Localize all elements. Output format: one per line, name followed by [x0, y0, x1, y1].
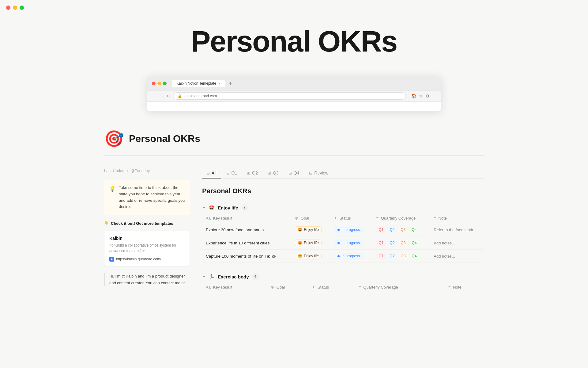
tab-q2-icon: ⊞ — [247, 171, 250, 175]
status-text: In progress — [341, 228, 360, 232]
th-goal-icon: ⊕ — [295, 216, 298, 220]
browser-bar: Kaibin Notion Temeplate ✕ + — [147, 77, 441, 90]
browser-dot-yellow[interactable] — [157, 82, 161, 85]
quarter-tags: Q1 Q2 Q3 Q4 — [376, 240, 427, 246]
traffic-light-red[interactable] — [6, 6, 10, 10]
th2-goal: ⊕ Goal — [267, 282, 308, 292]
tip-box: 💡 Take some time to think about the stat… — [104, 180, 190, 215]
th-key-result: Aa Key Result — [202, 213, 291, 223]
note-cell: Add notes... — [430, 250, 484, 263]
check-link[interactable]: 👇 Check it out! Get more templates! — [104, 221, 190, 226]
tab-review-icon: ⊟ — [309, 171, 312, 175]
two-col-layout: Last Update： @Tuesday 💡 Take some time t… — [104, 168, 484, 295]
browser-tab-close[interactable]: ✕ — [218, 82, 221, 85]
page-title-row: 🎯 Personal OKRs — [104, 129, 484, 148]
table-row: Experience life in 10 different cities 🤩… — [202, 236, 484, 250]
status-cell: In progress — [330, 223, 373, 236]
tab-all[interactable]: ⊞ All — [202, 168, 221, 178]
goal-tag: 🤩 Enjoy life — [295, 240, 322, 246]
bio-text: Hi, I'm @Kaibin and I'm a product design… — [104, 273, 190, 286]
qtag-q2: Q2 — [387, 253, 397, 259]
tab-q1-icon: ⊞ — [226, 171, 230, 175]
tab-q1[interactable]: ⊞ Q1 — [222, 168, 242, 178]
main-content: 🎯 Personal OKRs Last Update： @Tuesday 💡 … — [80, 129, 508, 295]
goal-cell: 🤩 Enjoy life — [291, 250, 330, 263]
note-cell: Refer to the food landr — [430, 223, 484, 236]
status-dot — [337, 242, 340, 244]
last-update-value: @Tuesday — [131, 168, 150, 173]
th-goal: ⊕ Goal — [291, 213, 330, 223]
th-status-icon: ✦ — [334, 216, 337, 220]
nav-more-icon[interactable]: ⋮ — [432, 94, 436, 98]
tab-q2[interactable]: ⊞ Q2 — [243, 168, 262, 178]
th2-note: ≡ Note — [445, 282, 484, 292]
nav-star-icon[interactable]: ☆ — [419, 94, 423, 98]
status-badge: In progress — [334, 253, 364, 259]
browser-dot-green[interactable] — [163, 82, 167, 85]
kaibin-link-icon: ■ — [109, 257, 114, 262]
browser-mockup: Kaibin Notion Temeplate ✕ + ← → ↻ 🔒 kaib… — [147, 77, 441, 111]
group-enjoy-life-header[interactable]: ▼ 🤩 Enjoy life 3 — [202, 201, 484, 213]
goal-cell: 🤩 Enjoy life — [291, 223, 330, 236]
nav-forward[interactable]: → — [159, 94, 164, 98]
traffic-light-green[interactable] — [20, 6, 24, 10]
th2-quarterly: ≡ Quarterly Coverage — [355, 282, 445, 292]
tip-icon: 💡 — [109, 185, 116, 210]
exercise-body-table: Aa Key Result ⊕ Goal ✦ Status — [202, 282, 484, 292]
nav-home-icon[interactable]: 🏠 — [411, 94, 417, 98]
status-dot — [337, 255, 340, 257]
tab-review-label: Review — [314, 171, 328, 175]
url-bar[interactable]: 🔒 kaibin.oumroad.com — [173, 92, 406, 100]
goal-cell: 🤩 Enjoy life — [291, 236, 330, 250]
kaibin-link[interactable]: https://kaibin.gumroad.com/ — [116, 257, 161, 261]
group-exercise-emoji: 🏃 — [209, 274, 215, 279]
tab-q4[interactable]: ⊞ Q4 — [284, 168, 304, 178]
quarter-tags: Q1 Q2 Q3 Q4 — [376, 227, 427, 232]
status-text: In progress — [341, 254, 360, 258]
bio-content: Hi, I'm @Kaibin and I'm a product design… — [109, 274, 185, 285]
th-note-icon: ≡ — [434, 216, 436, 220]
qtag-q4: Q4 — [409, 253, 419, 259]
th-quarterly: ≡ Quarterly Coverage — [373, 213, 430, 223]
goal-label: Enjoy life — [304, 228, 319, 232]
browser-tab-label: Kaibin Notion Temeplate — [176, 81, 216, 86]
last-update: Last Update： @Tuesday — [104, 168, 190, 174]
quarter-tags: Q1 Q2 Q3 Q4 — [376, 253, 427, 259]
kr-text: Explore 30 new food landmarks — [202, 223, 291, 236]
goal-tag: 🤩 Enjoy life — [295, 253, 322, 259]
goal-emoji: 🤩 — [298, 228, 302, 232]
tab-review[interactable]: ⊟ Review — [305, 168, 333, 178]
nav-back[interactable]: ← — [152, 94, 156, 98]
note-cell: Add notes... — [430, 236, 484, 250]
browser-dot-red[interactable] — [152, 82, 156, 85]
tip-text: Take some time to think about the state … — [119, 185, 185, 210]
browser-nav: ← → ↻ 🔒 kaibin.oumroad.com 🏠 ☆ ⚙ ⋮ — [147, 90, 441, 102]
browser-new-tab[interactable]: + — [229, 81, 232, 86]
qtag-q3: Q3 — [398, 240, 408, 246]
th-status-label: Status — [340, 216, 351, 220]
tab-q3-label: Q3 — [273, 171, 279, 175]
group-exercise-header[interactable]: ▼ 🏃 Exercise body 4 — [202, 270, 484, 282]
th-goal-label: Goal — [301, 216, 309, 220]
qtag-q4: Q4 — [409, 240, 419, 246]
tab-q3[interactable]: ⊞ Q3 — [263, 168, 283, 178]
th2-note-label: Note — [453, 285, 461, 289]
th-note-label: Note — [439, 216, 447, 220]
browser-tab: Kaibin Notion Temeplate ✕ — [172, 80, 225, 87]
nav-reload[interactable]: ↻ — [167, 94, 170, 98]
table-row: Capture 100 moments of life on TikTok 🤩 … — [202, 250, 484, 263]
kaibin-card: Kaibin <p>Build a collaborative office s… — [104, 231, 190, 267]
status-cell: In progress — [330, 236, 373, 250]
nav-extensions-icon[interactable]: ⚙ — [425, 94, 429, 98]
note-text: Add notes... — [434, 241, 455, 245]
th-quarterly-icon: ≡ — [376, 216, 379, 220]
th2-quarterly-label: Quarterly Coverage — [363, 285, 398, 289]
url-text: kaibin.oumroad.com — [184, 94, 217, 98]
page-divider — [104, 155, 484, 156]
th2-goal-label: Goal — [277, 285, 285, 289]
qtag-q1: Q1 — [376, 240, 386, 246]
page-icon: 🎯 — [104, 129, 124, 148]
group-exercise-count: 4 — [252, 273, 259, 280]
traffic-light-yellow[interactable] — [13, 6, 17, 10]
check-label: Check it out! Get more templates! — [111, 221, 175, 226]
